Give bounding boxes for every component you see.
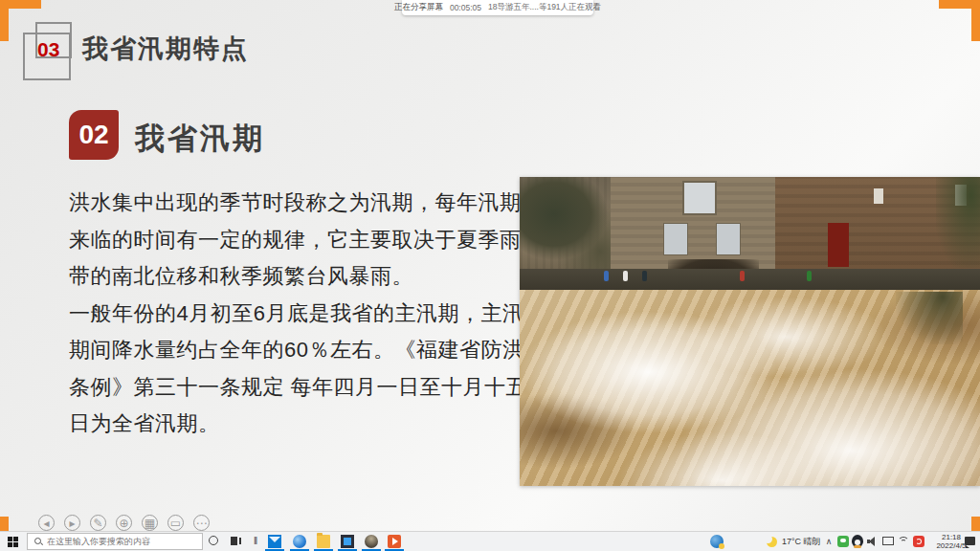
photo-onlooker [740, 271, 745, 281]
taskbar-search[interactable] [27, 533, 203, 550]
browser-app-icon[interactable] [293, 535, 306, 548]
media-player-app-icon[interactable] [341, 535, 354, 548]
body-text: 洪水集中出现的季节时段称之为汛期，每年汛期来临的时间有一定的规律，它主要取决于夏… [69, 185, 532, 443]
paragraph-2: 一般年份的4月初至6月底是我省的主汛期，主汛期间降水量约占全年的60％左右。《福… [69, 296, 532, 443]
corner-bracket-top-left [0, 0, 41, 41]
zoom-slide-button[interactable]: ▭ [167, 515, 184, 531]
next-slide-button[interactable]: ▸ [64, 515, 80, 531]
screen-share-bar[interactable]: 正在分享屏幕 00:05:05 18导游五年....等191人正在观看 [402, 0, 593, 15]
photo-window [874, 188, 883, 204]
heading-badge: 02 [69, 110, 119, 160]
corner-bracket-top-right [939, 0, 980, 41]
section-badge-number: 03 [37, 38, 59, 61]
hidden-icons-chevron[interactable]: ∧ [824, 532, 834, 551]
slide-title: 我省汛期特点 [82, 32, 249, 66]
photo-onlooker [604, 271, 609, 281]
night-mode-moon-icon[interactable] [767, 537, 777, 547]
globe-app-icon[interactable] [365, 535, 378, 548]
slideshow-controls: ◂ ▸ ✎ ⊕ ▦ ▭ ⋯ [38, 515, 210, 531]
presentation-app-icon[interactable] [388, 535, 401, 548]
see-all-slides-button[interactable]: ▦ [142, 515, 158, 531]
weather-status[interactable]: 17°C 晴朗 [782, 532, 821, 551]
photo-shuttered-window [682, 181, 717, 215]
screen: 03 我省汛期特点 02 我省汛期 洪水集中出现的季节时段称之为汛期，每年汛期来… [0, 0, 980, 551]
display-icon[interactable] [882, 537, 894, 545]
meeting-helper-tray-icon[interactable] [710, 535, 724, 548]
photo-embankment-wall [520, 269, 980, 292]
heading-title: 我省汛期 [135, 119, 265, 159]
photo-onlooker [623, 271, 628, 281]
more-options-button[interactable]: ⋯ [193, 515, 210, 531]
photo-foliage-right [936, 177, 980, 268]
photo-window [716, 223, 741, 255]
pen-button[interactable]: ✎ [90, 515, 106, 531]
file-explorer-icon[interactable] [317, 535, 330, 548]
meeting-tray-icon[interactable] [913, 536, 924, 547]
windows-logo-icon [8, 537, 18, 547]
volume-icon[interactable] [867, 537, 879, 546]
photo-overhanging-branch [896, 292, 963, 344]
photo-red-banner [828, 223, 849, 267]
pinned-app-icon[interactable]: ‖ [252, 535, 259, 548]
cortana-icon[interactable] [209, 536, 218, 545]
mail-app-icon[interactable] [268, 535, 281, 548]
photo-window [663, 223, 688, 255]
network-icon[interactable] [898, 536, 909, 547]
share-viewers: 18导游五年....等191人正在观看 [488, 2, 601, 13]
start-button[interactable] [0, 532, 25, 551]
share-status-label: 正在分享屏幕 [394, 2, 443, 13]
search-input[interactable] [47, 537, 202, 546]
photo-onlooker [642, 271, 647, 281]
photo-onlooker [807, 271, 812, 281]
laser-pointer-button[interactable]: ⊕ [116, 515, 132, 531]
wechat-tray-icon[interactable] [837, 536, 849, 547]
task-view-icon[interactable] [230, 535, 243, 548]
flood-photo [520, 177, 980, 486]
taskbar: ‖ 17°C 晴朗 ∧ 21:18 2022/4/5 [0, 531, 980, 551]
action-center-icon[interactable] [965, 537, 975, 545]
paragraph-1: 洪水集中出现的季节时段称之为汛期，每年汛期来临的时间有一定的规律，它主要取决于夏… [69, 185, 532, 296]
share-duration: 00:05:05 [450, 3, 481, 12]
qq-tray-icon[interactable] [852, 535, 863, 547]
search-icon [34, 538, 42, 545]
